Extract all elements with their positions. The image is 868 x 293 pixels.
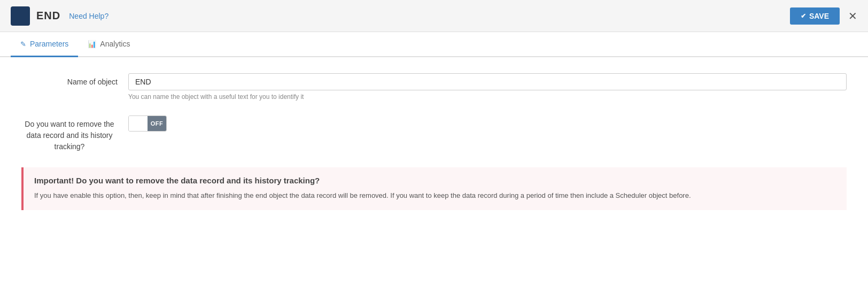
name-of-object-label: Name of object <box>21 73 128 86</box>
tab-parameters-label: Parameters <box>30 40 68 48</box>
tab-analytics-label: Analytics <box>100 40 130 48</box>
header-title: END <box>36 10 60 22</box>
name-of-object-hint: You can name the object with a useful te… <box>128 93 847 101</box>
info-box-title: Important! Do you want to remove the dat… <box>34 176 836 185</box>
toggle-wrapper: OFF <box>128 115 847 132</box>
remove-record-label-line1: Do you want to remove the <box>25 120 114 128</box>
save-label: SAVE <box>809 12 829 20</box>
toggle-off-side <box>129 116 148 131</box>
remove-record-row: Do you want to remove the data record an… <box>21 115 847 152</box>
name-of-object-input[interactable] <box>128 73 847 90</box>
name-of-object-row: Name of object You can name the object w… <box>21 73 847 101</box>
analytics-icon: 📊 <box>88 40 96 48</box>
remove-record-label-line2: data record and its history <box>26 131 112 140</box>
parameters-icon: ✎ <box>20 40 26 48</box>
info-box: Important! Do you want to remove the dat… <box>21 167 847 210</box>
close-button[interactable]: ✕ <box>848 11 857 21</box>
content-area: Name of object You can name the object w… <box>0 57 868 293</box>
check-icon: ✔ <box>801 12 806 20</box>
remove-record-label-line3: tracking? <box>55 142 85 151</box>
modal-container: END Need Help? ✔ SAVE ✕ ✎ Parameters 📊 A… <box>0 0 868 293</box>
tabs-bar: ✎ Parameters 📊 Analytics <box>0 32 868 57</box>
header: END Need Help? ✔ SAVE ✕ <box>0 0 868 32</box>
tab-analytics[interactable]: 📊 Analytics <box>78 32 140 57</box>
tab-parameters[interactable]: ✎ Parameters <box>11 32 78 57</box>
need-help-link[interactable]: Need Help? <box>69 12 108 20</box>
name-of-object-field: You can name the object with a useful te… <box>128 73 847 101</box>
toggle-state-label: OFF <box>151 120 164 127</box>
toggle-field: OFF <box>128 115 847 132</box>
app-logo <box>11 6 30 26</box>
toggle-on-side: OFF <box>148 116 166 131</box>
remove-record-toggle[interactable]: OFF <box>128 115 167 132</box>
save-button[interactable]: ✔ SAVE <box>790 7 840 25</box>
remove-record-label: Do you want to remove the data record an… <box>21 115 128 152</box>
info-box-text: If you have enable this option, then, ke… <box>34 190 836 202</box>
